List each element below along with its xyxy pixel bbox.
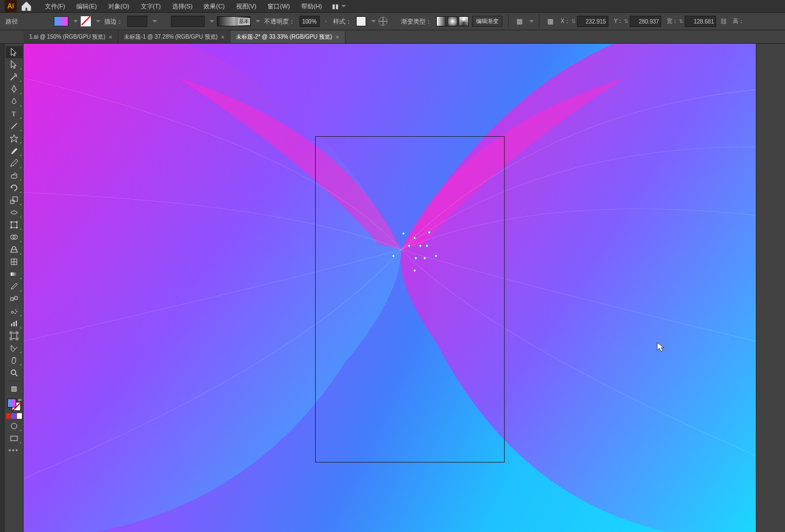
- stepper-icon[interactable]: ⇅: [571, 18, 576, 24]
- transform-icon[interactable]: ▩: [545, 16, 555, 26]
- edit-gradient-button[interactable]: 编辑渐变: [472, 16, 502, 27]
- tool-eyedropper[interactable]: [6, 280, 22, 293]
- fill-swatch[interactable]: [54, 16, 68, 26]
- tool-graph[interactable]: [6, 317, 22, 330]
- tool-star[interactable]: [6, 132, 22, 145]
- tool-slice[interactable]: [6, 342, 22, 354]
- tool-blend[interactable]: [6, 293, 22, 305]
- menu-window[interactable]: 窗口(W): [262, 0, 295, 12]
- menu-type[interactable]: 文字(T): [135, 0, 167, 12]
- tool-selection[interactable]: [6, 46, 22, 58]
- app-logo[interactable]: Ai: [4, 0, 17, 12]
- tool-shape-builder[interactable]: [6, 231, 22, 243]
- tab-doc-2[interactable]: 未标题-1 @ 37.28% (RGB/GPU 预览) ×: [118, 31, 230, 43]
- cursor-icon: [656, 342, 666, 352]
- tool-rotate[interactable]: [6, 182, 22, 194]
- stroke-weight-dd[interactable]: [151, 16, 156, 26]
- tool-zoom[interactable]: [6, 367, 22, 379]
- home-button[interactable]: [20, 0, 33, 12]
- graphic-style-swatch[interactable]: [356, 16, 366, 26]
- tool-fill-toggle[interactable]: [6, 383, 22, 395]
- menu-help[interactable]: 帮助(H): [295, 0, 327, 12]
- tool-type[interactable]: T: [6, 108, 22, 120]
- mode-none[interactable]: [17, 413, 22, 419]
- canvas-viewport[interactable]: [24, 44, 756, 532]
- stroke-dropdown[interactable]: [94, 16, 100, 26]
- mode-gradient[interactable]: [11, 413, 16, 419]
- edit-toolbar[interactable]: •••: [7, 447, 21, 454]
- svg-line-0: [11, 123, 17, 129]
- y-field: Y： ⇅: [612, 16, 662, 27]
- opacity-input[interactable]: [299, 16, 320, 27]
- link-wh-icon[interactable]: ⛓: [719, 16, 727, 26]
- tool-pen[interactable]: [6, 83, 22, 95]
- close-icon[interactable]: ×: [221, 34, 224, 40]
- toolbox: T ⇄ •••: [4, 44, 24, 532]
- right-panel-collapsed[interactable]: [756, 44, 785, 532]
- tool-gradient[interactable]: [6, 268, 22, 280]
- brush-label: 基本: [238, 18, 250, 25]
- menu-edit[interactable]: 编辑(E): [71, 0, 103, 12]
- width-input[interactable]: [685, 16, 716, 27]
- stroke-weight-input[interactable]: [127, 16, 147, 27]
- draw-mode[interactable]: [6, 420, 22, 432]
- gradient-radial[interactable]: [447, 16, 458, 26]
- svg-rect-4: [11, 222, 17, 228]
- recolor-icon[interactable]: [378, 17, 387, 26]
- tool-hand[interactable]: [6, 354, 22, 367]
- swap-icon[interactable]: ⇄: [18, 397, 22, 403]
- fill-dropdown[interactable]: [72, 16, 77, 26]
- tool-width[interactable]: [6, 206, 22, 219]
- gradient-freeform[interactable]: [459, 16, 469, 26]
- y-input[interactable]: [630, 16, 661, 27]
- brush-definition[interactable]: 基本: [217, 16, 251, 26]
- menu-view[interactable]: 视图(V): [230, 0, 262, 12]
- tool-perspective[interactable]: [6, 243, 22, 256]
- screen-mode[interactable]: [6, 432, 22, 445]
- stroke-swatch[interactable]: [81, 16, 91, 26]
- close-icon[interactable]: ×: [109, 34, 112, 40]
- tool-mesh[interactable]: [6, 256, 22, 268]
- menu-file[interactable]: 文件(F): [39, 0, 71, 12]
- chevron-down-icon: [371, 20, 376, 22]
- tool-direct-selection[interactable]: [6, 58, 22, 71]
- tab-doc-3[interactable]: 未标题-2* @ 33.33% (RGB/GPU 预览) ×: [230, 31, 345, 43]
- menu-select[interactable]: 选择(S): [167, 0, 198, 12]
- x-input[interactable]: [577, 16, 608, 27]
- svg-rect-3: [13, 197, 17, 201]
- tool-eraser[interactable]: [6, 169, 22, 182]
- align-icon[interactable]: ▦: [514, 16, 524, 26]
- style-dd[interactable]: [370, 16, 375, 26]
- gradient-linear[interactable]: [436, 16, 446, 26]
- svg-line-27: [15, 374, 17, 376]
- tab-doc-1[interactable]: 1.ai @ 150% (RGB/GPU 预览) ×: [24, 31, 118, 43]
- align-dd[interactable]: [528, 16, 533, 26]
- brush-dd[interactable]: [254, 16, 260, 26]
- document-tabs: 1.ai @ 150% (RGB/GPU 预览) × 未标题-1 @ 37.28…: [0, 30, 785, 44]
- tool-free-transform[interactable]: [6, 219, 22, 231]
- fill-stroke-swatches[interactable]: ⇄: [6, 397, 22, 412]
- mode-color[interactable]: [6, 413, 11, 419]
- tool-pencil[interactable]: [6, 157, 22, 169]
- vwp-dd[interactable]: [208, 16, 214, 26]
- tool-curvature[interactable]: [6, 95, 22, 108]
- stepper-icon[interactable]: ⇅: [624, 18, 629, 24]
- home-icon: [20, 0, 33, 12]
- stepper-icon[interactable]: ⇅: [679, 18, 684, 24]
- tool-paintbrush[interactable]: [6, 145, 22, 157]
- tool-scale[interactable]: [6, 194, 22, 206]
- opacity-dd[interactable]: ›: [323, 16, 329, 26]
- var-width-profile[interactable]: [171, 16, 205, 27]
- gradient-type-group: [436, 16, 469, 26]
- menu-effect[interactable]: 效果(C): [198, 0, 230, 12]
- tool-symbol-spray[interactable]: [6, 305, 22, 317]
- menu-object[interactable]: 对象(O): [103, 0, 135, 12]
- tool-artboard[interactable]: [6, 330, 22, 342]
- tool-magic-wand[interactable]: [6, 71, 22, 83]
- svg-point-19: [15, 309, 16, 311]
- fill-color[interactable]: [7, 399, 16, 408]
- svg-point-21: [15, 313, 16, 314]
- close-icon[interactable]: ×: [335, 34, 339, 40]
- layout-selector[interactable]: ▮▮: [332, 3, 346, 10]
- tool-line[interactable]: [6, 120, 22, 132]
